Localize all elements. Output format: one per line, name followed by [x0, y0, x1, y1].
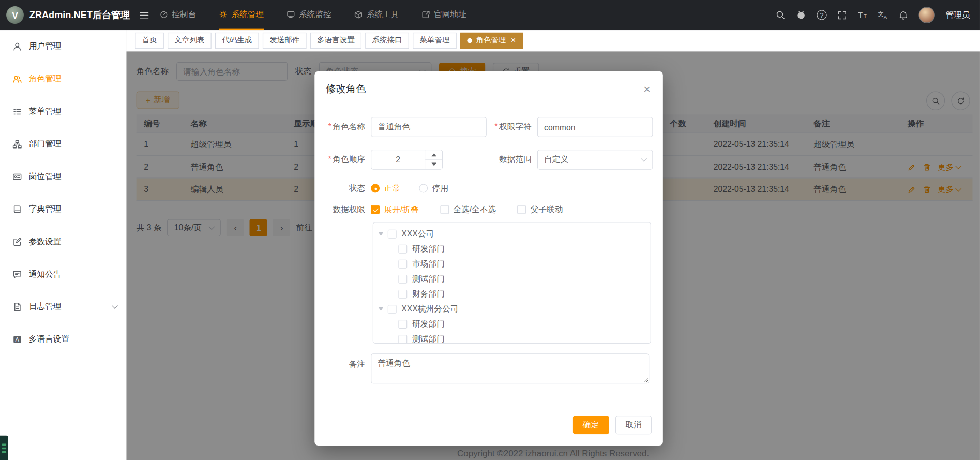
dialog-title: 修改角色	[326, 83, 366, 96]
dialog-footer: 确定 取消	[573, 416, 652, 434]
tree-node-label: 研发部门	[412, 319, 445, 330]
radio-status-normal[interactable]: 正常	[371, 183, 400, 194]
confirm-button[interactable]: 确定	[573, 416, 609, 434]
tree-node[interactable]: 测试部门	[373, 272, 651, 287]
tab-system-api[interactable]: 系统接口	[365, 32, 409, 48]
tree-node-label: XXX杭州分公司	[401, 304, 458, 315]
stepper-down-button[interactable]	[425, 159, 442, 169]
stepper-up-button[interactable]	[425, 150, 442, 159]
sidebar-item-roles[interactable]: 角色管理	[0, 63, 126, 95]
checkbox-icon[interactable]	[398, 290, 407, 299]
chevron-down-icon	[431, 163, 436, 166]
users-icon	[12, 74, 22, 83]
bell-icon[interactable]	[899, 10, 908, 20]
chevron-down-icon	[112, 303, 118, 309]
sidebar-item-label: 部门管理	[29, 138, 62, 150]
logo-area[interactable]: V ZRAdmin.NET后台管理	[0, 6, 130, 24]
tab-home[interactable]: 首页	[135, 32, 164, 48]
nav-label: 系统工具	[366, 9, 399, 20]
tree-node[interactable]: 市场部门	[373, 257, 651, 272]
sidebar-item-parameters[interactable]: 参数设置	[0, 225, 126, 258]
perm-checkbox-group: 展开/折叠 全选/全不选 父子联动	[371, 204, 563, 215]
search-icon[interactable]	[776, 10, 786, 20]
corner-widget[interactable]	[0, 436, 8, 460]
avatar[interactable]	[918, 7, 934, 23]
checkbox-icon[interactable]	[398, 245, 407, 254]
tab-send-mail[interactable]: 发送邮件	[263, 32, 307, 48]
tab-label: 代码生成	[222, 35, 252, 46]
tab-role-manage[interactable]: 角色管理 ×	[460, 32, 522, 48]
github-icon[interactable]	[796, 10, 806, 20]
close-icon[interactable]: ×	[643, 83, 650, 95]
sidebar-item-users[interactable]: 用户管理	[0, 30, 126, 63]
checkbox-icon[interactable]	[398, 275, 407, 284]
help-icon[interactable]: ?	[817, 10, 826, 20]
sidebar-item-notices[interactable]: 通知公告	[0, 258, 126, 290]
tab-i18n-settings[interactable]: 多语言设置	[310, 32, 361, 48]
tree-node[interactable]: XXX公司	[373, 227, 651, 242]
tab-menu-manage[interactable]: 菜单管理	[413, 32, 457, 48]
sidebar-item-dictionaries[interactable]: 字典管理	[0, 192, 126, 225]
tree-caret-icon[interactable]	[379, 307, 384, 311]
sidebar-item-logs[interactable]: 日志管理	[0, 290, 126, 323]
checkbox-icon[interactable]	[388, 305, 397, 314]
required-asterisk: *	[494, 122, 497, 131]
checkbox-parent-child-link[interactable]: 父子联动	[517, 204, 563, 215]
data-scope-select[interactable]: 自定义	[537, 150, 653, 170]
checkbox-icon[interactable]	[388, 230, 397, 239]
tree-node[interactable]: 研发部门	[373, 317, 651, 332]
sidebar-item-label: 岗位管理	[29, 171, 62, 182]
dialog-header: 修改角色 ×	[314, 71, 663, 96]
checkbox-expand-collapse[interactable]: 展开/折叠	[371, 204, 419, 215]
dashboard-icon	[159, 10, 168, 19]
svg-text:文: 文	[878, 11, 884, 17]
sidebar-item-label: 字典管理	[29, 203, 62, 215]
nav-label: 官网地址	[434, 9, 466, 20]
sidebar-item-i18n[interactable]: A 多语言设置	[0, 323, 126, 355]
tree-node-label: 市场部门	[412, 258, 445, 270]
nav-label: 控制台	[172, 9, 196, 20]
app: V ZRAdmin.NET后台管理 控制台 系统管理 系统监控 系统工具	[0, 0, 980, 460]
sidebar-item-departments[interactable]: 部门管理	[0, 128, 126, 160]
chevron-up-icon	[431, 153, 436, 156]
tab-code-generation[interactable]: 代码生成	[215, 32, 259, 48]
role-order-field[interactable]	[371, 150, 425, 169]
checkbox-icon[interactable]	[398, 320, 407, 329]
language-icon[interactable]: 文A	[878, 10, 888, 20]
sidebar-item-posts[interactable]: 岗位管理	[0, 160, 126, 193]
checkbox-label: 父子联动	[531, 204, 563, 215]
tree-node[interactable]: 财务部门	[373, 287, 651, 302]
checkbox-label: 展开/折叠	[384, 204, 419, 215]
nav-item-system-manage[interactable]: 系统管理	[219, 0, 264, 30]
checkbox-icon	[371, 205, 380, 214]
tab-article-list[interactable]: 文章列表	[168, 32, 212, 48]
checkbox-select-all[interactable]: 全选/全不选	[440, 204, 496, 215]
tab-close-icon[interactable]: ×	[511, 36, 516, 44]
remark-textarea[interactable]: 普通角色	[371, 353, 649, 383]
checkbox-icon[interactable]	[398, 260, 407, 269]
svg-text:T: T	[864, 13, 867, 19]
perm-char-field[interactable]	[537, 117, 653, 137]
cancel-button[interactable]: 取消	[615, 416, 652, 434]
sidebar-item-label: 用户管理	[29, 41, 62, 52]
radio-status-disabled[interactable]: 停用	[419, 183, 448, 194]
edit-role-dialog: 修改角色 × *角色名称 *权限字符 *角色顺序	[314, 71, 663, 446]
tree-node[interactable]: 研发部门	[373, 242, 651, 257]
hamburger-menu-icon[interactable]	[139, 10, 149, 21]
nav-item-official-site[interactable]: 官网地址	[421, 0, 466, 30]
sidebar-item-menus[interactable]: 菜单管理	[0, 95, 126, 128]
permission-tree: XXX公司 研发部门 市场部门 测试部门 财务部门	[373, 222, 651, 344]
role-name-field[interactable]	[371, 117, 487, 137]
nav-item-system-tools[interactable]: 系统工具	[354, 0, 399, 30]
tree-node[interactable]: XXX杭州分公司	[373, 302, 651, 317]
checkbox-icon[interactable]	[398, 335, 407, 344]
status-radio-group: 正常 停用	[371, 183, 448, 194]
tree-node-label: XXX公司	[401, 228, 434, 240]
user-name[interactable]: 管理员	[945, 9, 970, 21]
font-size-icon[interactable]: TT	[857, 10, 867, 20]
tree-caret-icon[interactable]	[379, 232, 384, 236]
nav-item-console[interactable]: 控制台	[159, 0, 196, 30]
tree-node[interactable]: 测试部门	[373, 332, 651, 344]
nav-item-system-monitor[interactable]: 系统监控	[287, 0, 331, 30]
fullscreen-icon[interactable]	[837, 10, 847, 20]
